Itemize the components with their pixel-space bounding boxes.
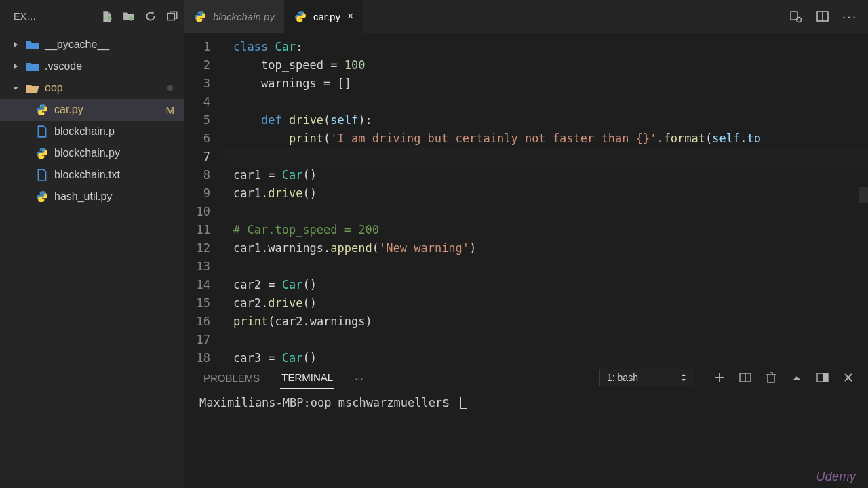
tree-label: .vscode — [45, 60, 178, 73]
chevron-right-icon — [11, 41, 20, 48]
toggle-panel-icon[interactable] — [816, 371, 829, 384]
panel-tab-bar: PROBLEMS TERMINAL ··· 1: bash — [184, 363, 868, 392]
new-folder-icon[interactable] — [123, 10, 135, 22]
kill-terminal-icon[interactable] — [765, 371, 777, 384]
split-terminal-icon[interactable] — [739, 371, 751, 384]
explorer-title: EX… — [14, 11, 92, 22]
compare-changes-icon[interactable] — [788, 9, 803, 24]
svg-rect-14 — [823, 373, 828, 382]
svg-rect-4 — [167, 14, 174, 20]
tree-file-blockchain-py[interactable]: blockchain.py — [0, 142, 184, 164]
python-file-icon — [194, 10, 206, 22]
more-icon[interactable]: ··· — [842, 9, 857, 24]
tree-file-car[interactable]: car.py M — [0, 99, 184, 121]
tab-bar: blockchain.py car.py × ··· — [184, 0, 868, 33]
panel-tab-problems[interactable]: PROBLEMS — [202, 367, 261, 389]
tree-folder-oop[interactable]: oop — [0, 77, 184, 99]
svg-point-6 — [43, 113, 44, 115]
tab-blockchain[interactable]: blockchain.py — [184, 0, 285, 33]
folder-icon — [26, 62, 39, 71]
chevron-down-icon — [11, 85, 20, 92]
python-file-icon — [35, 147, 49, 159]
tree-file-hashutil[interactable]: hash_util.py — [0, 186, 184, 207]
tab-car[interactable]: car.py × — [285, 0, 363, 33]
folder-icon — [26, 40, 39, 49]
refresh-icon[interactable] — [144, 10, 157, 22]
code-editor[interactable]: 123456789101112131415161718 class Car: t… — [184, 33, 868, 363]
tree-label: blockchain.p — [54, 125, 178, 138]
panel-tab-more[interactable]: ··· — [353, 367, 365, 389]
python-file-icon — [294, 10, 307, 22]
split-editor-icon[interactable] — [815, 9, 830, 24]
file-tree: __pycache__ .vscode oop — [0, 33, 184, 207]
terminal-select-label: 1: bash — [607, 372, 638, 383]
chevron-updown-icon — [680, 373, 687, 382]
maximize-panel-icon[interactable] — [791, 371, 803, 384]
watermark: Udemy — [816, 470, 856, 484]
explorer-header: EX… — [0, 0, 184, 33]
tree-label: __pycache__ — [45, 39, 178, 51]
file-icon — [35, 125, 49, 138]
svg-rect-1 — [107, 18, 112, 19]
tree-label: oop — [45, 82, 162, 94]
file-icon — [35, 169, 49, 181]
bottom-panel: PROBLEMS TERMINAL ··· 1: bash — [184, 363, 868, 488]
tree-label: car.py — [54, 104, 161, 116]
tree-label: blockchain.txt — [54, 169, 178, 181]
code-content[interactable]: class Car: top_speed = 100 warnings = []… — [225, 33, 868, 363]
minimap[interactable] — [804, 66, 865, 148]
svg-rect-3 — [129, 18, 134, 19]
line-number-gutter: 123456789101112131415161718 — [184, 33, 225, 363]
svg-point-5 — [40, 105, 41, 106]
new-file-icon[interactable] — [101, 10, 113, 22]
tree-label: hash_util.py — [54, 190, 178, 203]
panel-tab-terminal[interactable]: TERMINAL — [280, 366, 334, 389]
modified-dot-icon — [167, 85, 173, 91]
tree-file-blockchain-txt[interactable]: blockchain.txt — [0, 164, 184, 186]
tab-label: car.py — [313, 11, 340, 22]
terminal-cursor — [460, 396, 467, 409]
editor-actions: ··· — [777, 0, 868, 33]
tree-folder-pycache[interactable]: __pycache__ — [0, 34, 184, 56]
editor-group: blockchain.py car.py × ··· 123 — [184, 0, 868, 488]
folder-open-icon — [26, 83, 39, 93]
python-file-icon — [35, 104, 49, 116]
collapse-all-icon[interactable] — [166, 10, 178, 22]
close-icon[interactable]: × — [347, 10, 353, 22]
terminal-prompt: Maximilians-MBP:oop mschwarzmueller$ — [199, 396, 449, 409]
tree-folder-vscode[interactable]: .vscode — [0, 56, 184, 77]
terminal-output[interactable]: Maximilians-MBP:oop mschwarzmueller$ — [184, 392, 868, 488]
tree-label: blockchain.py — [54, 147, 178, 159]
close-panel-icon[interactable] — [842, 371, 854, 384]
scrollbar-thumb[interactable] — [859, 187, 868, 203]
python-file-icon — [35, 190, 49, 203]
tab-label: blockchain.py — [213, 11, 275, 22]
chevron-right-icon — [11, 63, 20, 70]
git-modified-badge: M — [166, 104, 179, 116]
tree-file-blockchain-p[interactable]: blockchain.p — [0, 121, 184, 142]
explorer-sidebar: EX… __pycache__ — [0, 0, 184, 488]
new-terminal-icon[interactable] — [713, 371, 726, 384]
terminal-select[interactable]: 1: bash — [599, 369, 694, 386]
